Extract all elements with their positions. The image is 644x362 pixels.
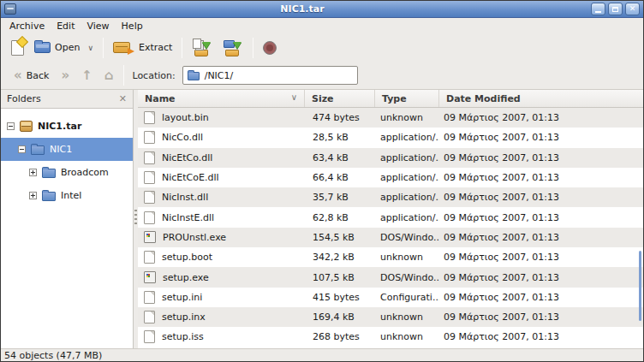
- add-files-button[interactable]: [187, 36, 218, 59]
- file-icon: [144, 211, 155, 224]
- table-row[interactable]: layout.bin 474 bytes unknown 09 Μάρτιος …: [138, 108, 643, 128]
- file-date: 09 Μάρτιος 2007, 01:13: [439, 152, 643, 163]
- folder-icon: [31, 145, 45, 155]
- file-name-cell: NicEtCo.dll: [138, 151, 305, 164]
- folders-panel: Folders ✕ NIC1.tar NIC1 Broadcom: [1, 90, 134, 348]
- file-icon: [144, 131, 155, 144]
- table-row[interactable]: NicInst.dll 35,7 kB application/... 09 Μ…: [138, 187, 643, 207]
- file-size: 66,4 kB: [305, 172, 375, 183]
- menu-archive[interactable]: Archive: [3, 19, 51, 33]
- sort-down-icon: ∨: [291, 92, 297, 102]
- toolbar-separator: [253, 38, 253, 58]
- close-button[interactable]: ✕: [625, 3, 640, 15]
- stop-icon: [263, 41, 277, 55]
- file-icon: [144, 191, 155, 204]
- extract-button[interactable]: Extract: [108, 39, 177, 56]
- open-button[interactable]: Open ∨: [29, 39, 98, 56]
- new-archive-button[interactable]: [6, 38, 29, 58]
- file-type: unknown: [375, 252, 439, 263]
- minimize-icon: [595, 11, 601, 13]
- file-name: setup.iss: [162, 331, 204, 342]
- home-icon: ⌂: [104, 70, 114, 80]
- file-name-cell: NicEtCoE.dll: [138, 171, 305, 184]
- titlebar[interactable]: NIC1.tar ✕: [1, 1, 643, 18]
- tree-item-nic1[interactable]: NIC1: [1, 138, 133, 161]
- table-row[interactable]: NicEtCoE.dll 66,4 kB application/... 09 …: [138, 168, 643, 187]
- file-type: unknown: [375, 312, 439, 323]
- table-row[interactable]: setup.inx 169,4 kB unknown 09 Μάρτιος 20…: [138, 307, 643, 327]
- table-row[interactable]: setup.exe 107,5 kB DOS/Windo... 09 Μάρτι…: [138, 267, 643, 287]
- panel-close-icon[interactable]: ✕: [119, 93, 127, 104]
- file-type: application/...: [375, 212, 439, 223]
- tree-item-broadcom[interactable]: Broadcom: [1, 161, 133, 184]
- file-date: 09 Μάρτιος 2007, 01:13: [439, 232, 643, 243]
- folder-tree: NIC1.tar NIC1 Broadcom Intel: [1, 109, 133, 348]
- up-icon: ↑: [81, 70, 92, 80]
- menu-edit[interactable]: Edit: [51, 19, 80, 33]
- window-title: NIC1.tar: [16, 3, 588, 15]
- home-button[interactable]: ⌂: [98, 68, 120, 83]
- extract-icon: [113, 42, 130, 53]
- file-date: 09 Μάρτιος 2007, 01:13: [439, 292, 643, 303]
- open-folder-icon: [34, 42, 51, 53]
- file-date: 09 Μάρτιος 2007, 01:13: [439, 112, 643, 123]
- stop-button[interactable]: [258, 39, 282, 57]
- expand-icon[interactable]: [29, 169, 37, 176]
- table-row[interactable]: NicCo.dll 28,5 kB application/... 09 Μάρ…: [138, 128, 643, 147]
- file-type: DOS/Windo...: [375, 232, 439, 243]
- folder-icon: [188, 72, 200, 80]
- tree-item-intel[interactable]: Intel: [1, 184, 133, 207]
- file-type: Configurati...: [375, 292, 439, 303]
- file-name-cell: setup.inx: [138, 311, 305, 323]
- table-row[interactable]: PROUnstl.exe 154,5 kB DOS/Windo... 09 Μά…: [138, 228, 643, 247]
- file-date: 09 Μάρτιος 2007, 01:13: [439, 312, 643, 323]
- add-folder-button[interactable]: [218, 36, 248, 59]
- column-header-name[interactable]: Name ∨: [138, 90, 305, 107]
- file-name-cell: NicCo.dll: [138, 131, 305, 144]
- list-body: layout.bin 474 bytes unknown 09 Μάρτιος …: [138, 108, 643, 348]
- forward-button[interactable]: »: [55, 68, 75, 83]
- file-date: 09 Μάρτιος 2007, 01:13: [439, 172, 643, 183]
- navbar-separator: [123, 65, 124, 86]
- column-header-type[interactable]: Type: [375, 90, 439, 107]
- table-row[interactable]: setup.ini 415 bytes Configurati... 09 Μά…: [138, 288, 643, 307]
- file-name: layout.bin: [162, 112, 209, 123]
- file-list: Name ∨ Size Type Date Modified layout.bi…: [138, 90, 643, 348]
- file-type: application/...: [375, 132, 439, 143]
- column-header-date[interactable]: Date Modified: [439, 90, 643, 107]
- vertical-scrollbar-thumb[interactable]: [639, 251, 641, 321]
- open-dropdown-icon[interactable]: ∨: [87, 44, 93, 52]
- file-size: 268 bytes: [305, 331, 375, 342]
- splitter-grip-icon: [134, 210, 137, 225]
- open-label: Open: [55, 42, 80, 53]
- toolbar-separator: [103, 38, 104, 58]
- file-name: NicEtCoE.dll: [162, 172, 219, 183]
- column-header-size[interactable]: Size: [305, 90, 375, 107]
- back-button[interactable]: « Back: [8, 68, 55, 84]
- menu-help[interactable]: Help: [116, 19, 149, 33]
- tree-item-label: Broadcom: [61, 167, 109, 178]
- collapse-icon[interactable]: [18, 145, 26, 153]
- file-date: 09 Μάρτιος 2007, 01:13: [439, 331, 643, 342]
- maximize-button[interactable]: [608, 3, 623, 15]
- location-input[interactable]: /NIC1/: [182, 66, 358, 85]
- folders-panel-title: Folders: [7, 93, 119, 104]
- table-row[interactable]: NicInstE.dll 62,8 kB application/... 09 …: [138, 207, 643, 227]
- file-icon: [144, 251, 155, 264]
- status-text: 54 objects (47,7 MB): [4, 350, 102, 361]
- collapse-icon[interactable]: [7, 122, 15, 130]
- file-date: 09 Μάρτιος 2007, 01:13: [439, 252, 643, 263]
- file-size: 415 bytes: [305, 292, 375, 303]
- up-button[interactable]: ↑: [75, 68, 98, 83]
- file-icon: [144, 151, 155, 164]
- menu-view[interactable]: View: [80, 19, 115, 33]
- tree-item-archive-root[interactable]: NIC1.tar: [1, 115, 133, 138]
- table-row[interactable]: setup.iss 268 bytes unknown 09 Μάρτιος 2…: [138, 327, 643, 347]
- table-row[interactable]: setup.boot 342,2 kB unknown 09 Μάρτιος 2…: [138, 247, 643, 267]
- column-label: Name: [145, 93, 176, 104]
- table-row[interactable]: NicEtCo.dll 63,4 kB application/... 09 Μ…: [138, 148, 643, 168]
- file-name: setup.inx: [162, 312, 206, 323]
- minimize-button[interactable]: [591, 3, 605, 15]
- file-type: unknown: [375, 112, 439, 123]
- expand-icon[interactable]: [29, 192, 37, 199]
